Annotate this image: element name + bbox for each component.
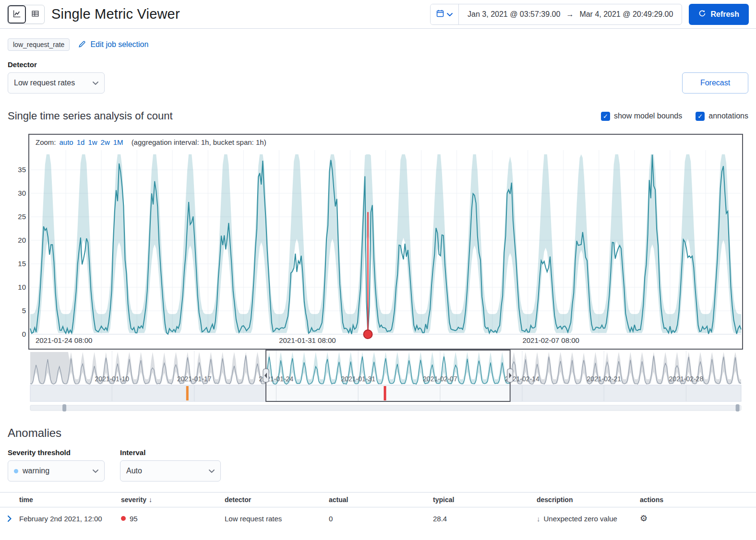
swimlane-anomaly-tick[interactable] <box>384 386 386 400</box>
table-icon <box>31 10 39 19</box>
pencil-icon <box>78 40 86 50</box>
interval-filter: Interval Auto <box>120 448 221 481</box>
aggregation-info: (aggregation interval: 1h, bucket span: … <box>132 138 266 146</box>
y-axis-tick-label: 10 <box>18 283 26 291</box>
interval-selected-value: Auto <box>126 467 142 475</box>
interval-label: Interval <box>120 448 221 457</box>
quick-select-button[interactable] <box>431 4 459 24</box>
y-axis-tick-label: 25 <box>18 212 26 221</box>
zoom-1w-link[interactable]: 1w <box>88 138 97 146</box>
col-detector[interactable]: detector <box>225 496 329 504</box>
end-date-button[interactable]: Mar 4, 2021 @ 20:49:29.00 <box>579 10 673 19</box>
range-arrow-icon: → <box>566 10 574 19</box>
col-severity[interactable]: severity ↓ <box>121 496 225 504</box>
col-actions: actions <box>640 496 756 504</box>
col-typical[interactable]: typical <box>433 496 537 504</box>
anomaly-actual: 0 <box>329 515 433 523</box>
checkbox-checked-icon: ✓ <box>601 112 610 121</box>
series-title: Single time series analysis of count <box>8 110 173 122</box>
anomalies-table: time severity ↓ detector actual typical … <box>0 492 756 529</box>
context-date-label: 2021-01-10 <box>95 375 129 383</box>
col-description[interactable]: description <box>537 496 640 504</box>
severity-threshold-label: Severity threshold <box>8 448 105 457</box>
chevron-down-icon <box>93 82 98 85</box>
series-header: Single time series analysis of count ✓ s… <box>0 94 756 122</box>
context-date-label: 2021-02-21 <box>587 375 621 383</box>
description-text: Unexpected zero value <box>544 515 617 523</box>
date-range-display: Jan 3, 2021 @ 03:57:39.00 → Mar 4, 2021 … <box>459 4 682 24</box>
refresh-icon <box>698 10 706 19</box>
zoom-1M-link[interactable]: 1M <box>113 138 123 146</box>
detector-label: Detector <box>8 60 748 69</box>
context-date-label: 2021-02-07 <box>423 375 457 383</box>
anomaly-filters: Severity threshold warning Interval Auto <box>0 440 756 481</box>
single-metric-viewer-page: Single Metric Viewer Jan 3, 2021 @ 03:57… <box>0 0 756 529</box>
job-badge: low_request_rate <box>8 38 70 51</box>
severity-filter: Severity threshold warning <box>8 448 105 481</box>
col-time[interactable]: time <box>19 496 121 504</box>
y-axis-tick-label: 30 <box>18 189 26 197</box>
x-axis-tick-label: 2021-02-07 08:00 <box>522 336 579 344</box>
anomaly-severity: 95 <box>121 515 225 523</box>
job-selection-row: low_request_rate Edit job selection <box>0 29 756 51</box>
sort-desc-icon: ↓ <box>149 496 152 504</box>
zoom-auto-link[interactable]: auto <box>60 138 73 146</box>
severity-score: 95 <box>130 515 138 523</box>
line-chart-icon <box>13 10 21 19</box>
checkbox-checked-icon: ✓ <box>696 112 705 121</box>
refresh-button[interactable]: Refresh <box>689 4 749 25</box>
chevron-down-icon <box>209 470 215 473</box>
x-axis-tick-label: 2021-01-31 08:00 <box>279 336 336 344</box>
start-date-button[interactable]: Jan 3, 2021 @ 03:57:39.00 <box>468 10 560 19</box>
arrow-down-icon: ↓ <box>537 515 540 523</box>
zoom-label: Zoom: <box>36 138 56 146</box>
col-actual[interactable]: actual <box>329 496 433 504</box>
context-date-label: 2021-01-31 <box>341 375 375 383</box>
refresh-label: Refresh <box>710 10 739 19</box>
scrollbar-handle[interactable] <box>62 404 66 411</box>
timeseries-chart[interactable]: 051015202530352021-01-24 08:002021-01-31… <box>8 134 748 413</box>
expand-row-button[interactable] <box>0 516 19 522</box>
header: Single Metric Viewer Jan 3, 2021 @ 03:57… <box>0 0 756 29</box>
anomalies-heading: Anomalies <box>0 413 756 440</box>
annotations-checkbox[interactable]: ✓ annotations <box>696 112 748 121</box>
anomaly-description: ↓ Unexpected zero value <box>537 515 640 523</box>
checkbox-label: show model bounds <box>614 112 682 120</box>
warning-severity-dot-icon <box>14 469 18 473</box>
anomaly-marker[interactable] <box>364 330 372 339</box>
col-severity-label: severity <box>121 496 146 504</box>
chevron-down-icon <box>447 11 453 18</box>
y-axis-tick-label: 5 <box>22 306 26 315</box>
zoom-2w-link[interactable]: 2w <box>101 138 110 146</box>
show-model-bounds-checkbox[interactable]: ✓ show model bounds <box>601 112 682 121</box>
edit-job-selection-link[interactable]: Edit job selection <box>78 40 148 50</box>
x-axis-tick-label: 2021-01-24 08:00 <box>36 336 92 344</box>
chart-view-button[interactable] <box>8 5 26 23</box>
detector-select[interactable]: Low request rates <box>8 72 105 94</box>
table-view-button[interactable] <box>26 5 44 23</box>
anomaly-row: February 2nd 2021, 12:00 95 Low request … <box>0 507 756 529</box>
context-date-label: 2021-01-17 <box>177 375 212 383</box>
anomaly-typical: 28.4 <box>433 515 537 523</box>
anomaly-detector: Low request rates <box>225 515 329 523</box>
time-range-picker: Jan 3, 2021 @ 03:57:39.00 → Mar 4, 2021 … <box>430 4 682 25</box>
severity-selected-value: warning <box>23 467 49 475</box>
range-scrollbar[interactable] <box>30 405 741 411</box>
interval-select[interactable]: Auto <box>120 460 221 481</box>
row-actions-button[interactable]: ⚙ <box>640 513 648 524</box>
y-axis-tick-label: 35 <box>18 165 26 174</box>
swimlane-anomaly-tick[interactable] <box>186 386 189 400</box>
anomaly-time: February 2nd 2021, 12:00 <box>19 515 121 523</box>
severity-threshold-select[interactable]: warning <box>8 460 105 481</box>
forecast-button[interactable]: Forecast <box>682 72 748 94</box>
y-axis-tick-label: 0 <box>22 330 26 338</box>
chart-options: ✓ show model bounds ✓ annotations <box>601 112 748 121</box>
chart-area: Zoom: auto 1d 1w 2w 1M (aggregation inte… <box>8 134 748 413</box>
severity-dot-icon <box>121 516 126 521</box>
scrollbar-handle[interactable] <box>736 404 740 411</box>
table-header-row: time severity ↓ detector actual typical … <box>0 492 756 507</box>
zoom-1d-link[interactable]: 1d <box>77 138 85 146</box>
chevron-right-icon <box>8 516 12 522</box>
checkbox-label: annotations <box>708 112 748 120</box>
calendar-icon <box>436 10 444 19</box>
